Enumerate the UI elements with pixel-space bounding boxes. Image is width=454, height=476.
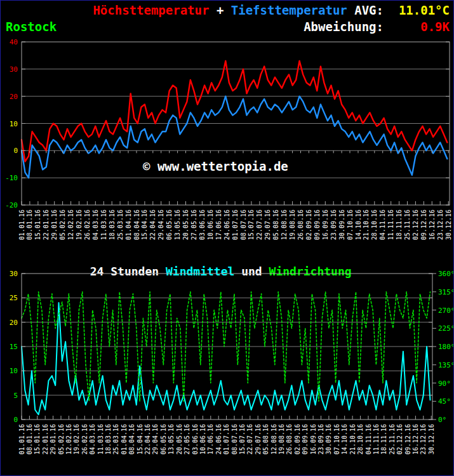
x-axis-date-label: 25.03.16 [117, 209, 124, 240]
x-axis-date-label: 23.09.16 [330, 209, 337, 240]
x-axis-date-label: 03.06.16 [199, 209, 206, 240]
x-axis-date-label: 01.07.16 [232, 209, 239, 240]
x-axis-date-label: 24.06.16 [215, 424, 222, 454]
x-axis-date-label: 03.06.16 [192, 424, 199, 454]
x-axis-date-label: 22.01.16 [42, 424, 49, 454]
wind-chart-canvas: 302520151050360°315°270°225°180°135°90°4… [1, 267, 454, 476]
x-axis-date-label: 15.01.16 [34, 209, 41, 240]
x-axis-date-label: 15.04.16 [141, 209, 148, 240]
x-axis-date-label: 01.01.16 [18, 424, 25, 454]
x-axis-date-label: 15.01.16 [34, 424, 41, 454]
x-axis-date-label: 29.01.16 [50, 424, 57, 454]
x-axis-date-label: 29.07.16 [264, 209, 271, 240]
x-axis-date-label: 05.08.16 [272, 209, 279, 240]
x-axis-date-label: 16.09.16 [322, 209, 329, 240]
x-axis-date-label: 02.12.16 [412, 209, 419, 240]
y-axis-tick-label: 20 [10, 319, 18, 327]
x-axis-date-label: 20.05.16 [176, 424, 183, 454]
x-axis-date-label: 27.05.16 [190, 209, 197, 240]
x-axis-date-label: 07.10.16 [347, 209, 354, 240]
x-axis-date-label: 04.11.16 [365, 424, 372, 454]
x-axis-date-label: 05.02.16 [59, 209, 66, 240]
x-axis-date-label: 25.11.16 [389, 424, 396, 454]
x-axis-date-label: 08.07.16 [231, 424, 238, 454]
x-axis-date-label: 12.08.16 [281, 209, 288, 240]
x-axis-date-label: 04.03.16 [92, 209, 99, 240]
x-axis-date-label: 09.09.16 [302, 424, 309, 454]
watermark-text: © www.wettertopia.de [143, 159, 288, 173]
x-axis-date-label: 23.09.16 [317, 424, 324, 454]
chart-header-deviation: Abweichung:0.9K [1, 20, 450, 34]
x-axis-date-label: 09.12.16 [420, 209, 427, 240]
x-axis-date-label: 19.08.16 [289, 209, 296, 240]
x-axis-date-label: 02.12.16 [396, 424, 403, 454]
x-axis-date-label: 08.07.16 [240, 209, 247, 240]
y-axis-tick-label: 30 [10, 270, 18, 278]
x-axis-date-label: 30.09.16 [325, 424, 332, 454]
y-axis-tick-label: 30 [10, 65, 18, 74]
x-axis-date-label: 22.07.16 [256, 209, 263, 240]
x-axis-date-label: 05.08.16 [262, 424, 269, 454]
x-axis-date-label: 28.10.16 [357, 424, 364, 454]
x-axis-date-label: 30.09.16 [338, 209, 345, 240]
x-axis-date-label: 01.04.16 [125, 209, 132, 240]
x-axis-date-label: 29.01.16 [51, 209, 58, 240]
series-Höchsttemperatur [22, 61, 447, 162]
x-axis-date-label: 04.03.16 [89, 424, 96, 454]
x-axis-date-label: 21.10.16 [349, 424, 356, 454]
y-axis-tick-label: 10 [10, 367, 18, 375]
chart-header-title: Höchsttemperatur + Tiefsttemperatur AVG:… [1, 3, 450, 17]
x-axis-date-label: 26.02.16 [84, 209, 91, 240]
x-axis-date-label: 26.08.16 [286, 424, 293, 454]
x-axis-date-label: 23.12.16 [420, 424, 427, 454]
x-axis-date-label: 11.03.16 [97, 424, 104, 454]
x-axis-date-label: 06.05.16 [166, 209, 173, 240]
x-axis-date-label: 08.01.16 [26, 209, 33, 240]
y-axis-tick-label: 5 [13, 392, 18, 400]
y-axis-tick-label: 10 [10, 120, 18, 128]
y-axis-right-tick-label: 315° [438, 288, 454, 296]
x-axis-date-label: 29.07.16 [255, 424, 262, 454]
x-axis-date-label: 16.09.16 [310, 424, 317, 454]
x-axis-date-label: 12.08.16 [270, 424, 277, 454]
y-axis-tick-label: 15 [10, 343, 18, 351]
x-axis-date-label: 01.07.16 [223, 424, 230, 454]
title-tiefsttemperatur: Tiefsttemperatur [231, 3, 347, 17]
x-axis-date-label: 10.06.16 [199, 424, 206, 454]
x-axis-date-label: 17.06.16 [207, 424, 214, 454]
x-axis-date-label: 01.01.16 [18, 209, 25, 240]
x-axis-date-label: 25.03.16 [112, 424, 119, 454]
y-axis-right-tick-label: 45° [438, 397, 451, 406]
x-axis-date-label: 11.11.16 [387, 209, 394, 240]
x-axis-date-label: 22.04.16 [149, 209, 156, 240]
x-axis-date-label: 14.10.16 [355, 209, 362, 240]
x-axis-date-label: 13.05.16 [168, 424, 175, 454]
x-axis-date-label: 16.12.16 [429, 209, 436, 240]
x-axis-date-label: 27.05.16 [184, 424, 190, 454]
x-axis-date-label: 19.02.16 [73, 424, 80, 454]
x-axis-date-label: 04.11.16 [379, 209, 386, 240]
x-axis-date-label: 19.02.16 [76, 209, 83, 240]
x-axis-date-label: 22.04.16 [144, 424, 151, 454]
x-axis-date-label: 06.05.16 [160, 424, 167, 454]
y-axis-tick-label: 25 [10, 294, 18, 302]
x-axis-date-label: 12.02.16 [65, 424, 72, 454]
temperature-chart-canvas: 403020100-10-2001.01.1608.01.1615.01.162… [1, 36, 454, 248]
station-name: Rostock [6, 20, 57, 34]
x-axis-date-label: 18.11.16 [396, 209, 403, 240]
x-axis-date-label: 08.01.16 [26, 424, 33, 454]
x-axis-date-label: 02.09.16 [294, 424, 301, 454]
x-axis-date-label: 18.11.16 [380, 424, 387, 454]
x-axis-date-label: 08.04.16 [133, 209, 140, 240]
x-axis-date-label: 20.05.16 [182, 209, 189, 240]
x-axis-date-label: 10.06.16 [207, 209, 214, 240]
x-axis-date-label: 30.12.16 [445, 209, 452, 240]
y-axis-right-tick-label: 270° [438, 307, 454, 315]
y-axis-tick-label: -20 [5, 201, 18, 209]
title-hoechsttemperatur: Höchsttemperatur [93, 3, 209, 17]
deviation-value: 0.9K [384, 20, 450, 34]
x-axis-date-label: 09.09.16 [314, 209, 321, 240]
y-axis-tick-label: 20 [10, 93, 18, 101]
y-axis-tick-label: 0 [13, 147, 18, 155]
y-axis-right-tick-label: 90° [438, 380, 451, 388]
